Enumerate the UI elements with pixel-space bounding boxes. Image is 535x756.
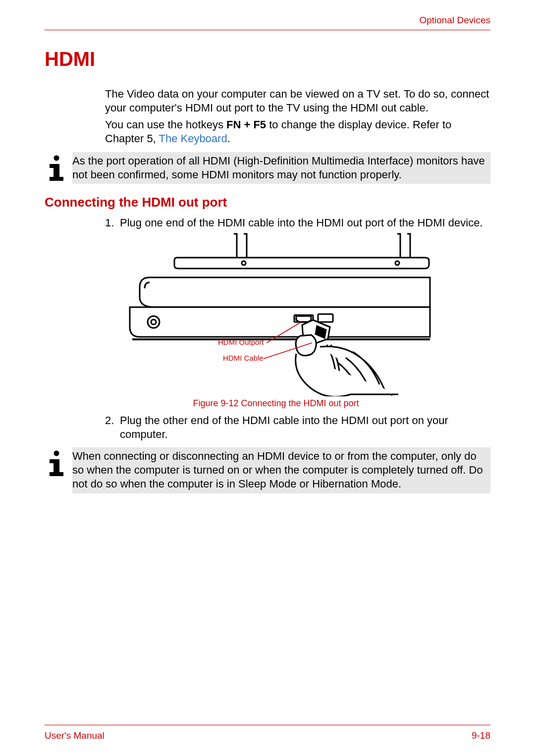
footer-right: 9-18 [472, 730, 490, 741]
intro-p2: You can use the hotkeys FN + F5 to chang… [105, 118, 490, 146]
intro-p1: The Video data on your computer can be v… [105, 87, 490, 115]
section-title: HDMI [45, 48, 490, 70]
step-list: 1. Plug one end of the HDMI cable into t… [105, 216, 490, 230]
page-footer: User's Manual 9-18 [45, 725, 490, 741]
note-2: When connecting or disconnecting an HDMI… [45, 447, 490, 493]
intro-block: The Video data on your computer can be v… [105, 87, 490, 146]
step-list-2: 2. Plug the other end of the HDMI cable … [105, 414, 490, 441]
figure-label-outport: HDMI Outport [218, 338, 264, 346]
step-2: 2. Plug the other end of the HDMI cable … [105, 414, 490, 441]
svg-point-0 [54, 155, 59, 161]
info-icon [45, 152, 72, 186]
footer-left: User's Manual [45, 730, 105, 741]
note-1: As the port operation of all HDMI (High-… [45, 152, 490, 186]
note-1-text: As the port operation of all HDMI (High-… [72, 152, 490, 184]
subheading: Connecting the HDMI out port [45, 195, 490, 210]
keyboard-xref-link[interactable]: The Keyboard [159, 132, 227, 145]
page-header-section: Optional Devices [45, 15, 490, 30]
figure-hdmi: HDMI Outport HDMI Cable [120, 233, 490, 396]
note-2-text: When connecting or disconnecting an HDMI… [72, 447, 490, 493]
svg-point-9 [54, 451, 59, 456]
header-rule [45, 30, 490, 30]
info-icon [45, 447, 72, 481]
step-1: 1. Plug one end of the HDMI cable into t… [105, 216, 490, 230]
figure-caption: Figure 9-12 Connecting the HDMI out port [120, 398, 432, 409]
figure-label-cable: HDMI Cable [223, 354, 264, 362]
